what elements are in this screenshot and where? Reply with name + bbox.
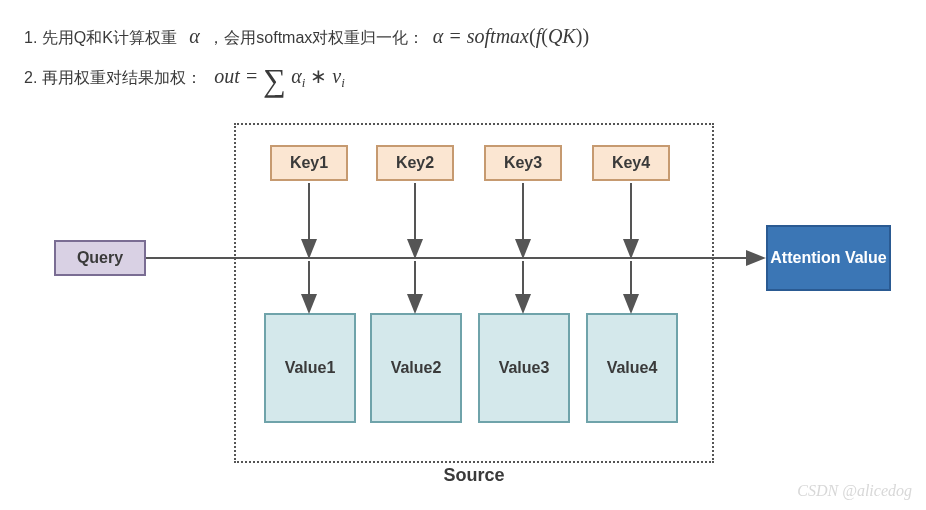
equation-2: out = ∑ αi ∗ vi [210, 65, 349, 87]
key-label-4: Key4 [612, 154, 650, 172]
step-2-prefix: 2. 再用权重对结果加权： [24, 69, 202, 86]
step-1-mid: ，会用softmax对权重归一化： [208, 29, 424, 46]
query-box: Query [54, 240, 146, 276]
key-box-2: Key2 [376, 145, 454, 181]
key-label-3: Key3 [504, 154, 542, 172]
step-2-text: 2. 再用权重对结果加权： out = ∑ αi ∗ vi [24, 62, 902, 97]
value-label-2: Value2 [391, 359, 442, 377]
key-box-1: Key1 [270, 145, 348, 181]
eq1-softmax: softmax [467, 25, 529, 47]
value-label-3: Value3 [499, 359, 550, 377]
eq1-close: ) [582, 25, 589, 47]
alpha-symbol: α [185, 25, 204, 47]
eq2-lhs: out = [214, 65, 263, 87]
value-box-3: Value3 [478, 313, 570, 423]
key-box-4: Key4 [592, 145, 670, 181]
attention-value-label: Attention Value [770, 248, 886, 268]
attention-diagram: Query Attention Value Key1 Key2 Key3 Key… [54, 115, 894, 495]
value-box-2: Value2 [370, 313, 462, 423]
value-label-1: Value1 [285, 359, 336, 377]
source-label: Source [234, 465, 714, 486]
eq2-star: ∗ [305, 65, 332, 87]
value-box-4: Value4 [586, 313, 678, 423]
key-box-3: Key3 [484, 145, 562, 181]
equation-1: α = softmax(f(QK)) [429, 25, 593, 47]
eq1-lhs: α = [433, 25, 467, 47]
step-1-prefix: 1. 先用Q和K计算权重 [24, 29, 181, 46]
attention-value-box: Attention Value [766, 225, 891, 291]
key-label-2: Key2 [396, 154, 434, 172]
step-1-text: 1. 先用Q和K计算权重 α ，会用softmax对权重归一化： α = sof… [24, 22, 902, 52]
value-box-1: Value1 [264, 313, 356, 423]
eq2-v: v [332, 65, 341, 87]
value-label-4: Value4 [607, 359, 658, 377]
eq1-inner-open: ( [541, 25, 548, 47]
sigma-symbol: ∑ [263, 64, 286, 96]
watermark: CSDN @alicedog [797, 482, 912, 500]
key-label-1: Key1 [290, 154, 328, 172]
eq2-sub-i-2: i [341, 75, 345, 90]
query-label: Query [77, 249, 123, 267]
eq1-qk: QK [548, 25, 576, 47]
eq2-alpha: α [291, 65, 302, 87]
eq1-open: ( [529, 25, 536, 47]
